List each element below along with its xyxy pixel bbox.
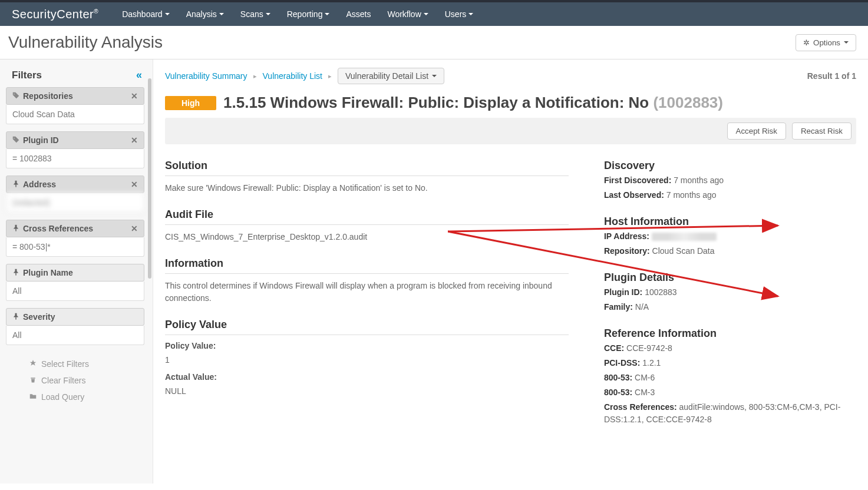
- stat-row: Plugin ID: 1002883: [604, 286, 856, 299]
- pin-icon: [29, 359, 37, 369]
- filter-severity: SeverityAll: [6, 308, 144, 345]
- ip-address-redacted: [652, 233, 717, 241]
- nav-item-users[interactable]: Users: [445, 9, 474, 19]
- nav-item-workflow[interactable]: Workflow: [387, 9, 428, 19]
- breadcrumb-vuln-summary[interactable]: Vulnerability Summary: [165, 71, 247, 81]
- caret-down-icon: [468, 13, 473, 15]
- pin-icon: [12, 224, 19, 233]
- nav-menu: DashboardAnalysisScansReportingAssetsWor…: [122, 9, 473, 19]
- filter-plugin-name: Plugin NameAll: [6, 264, 144, 301]
- nav-item-analysis[interactable]: Analysis: [186, 9, 224, 19]
- filter-value[interactable]: All: [6, 326, 144, 345]
- section-solution: Solution Make sure 'Windows Firewall: Pu…: [165, 160, 569, 194]
- filter-value[interactable]: = 1002883: [6, 149, 144, 168]
- select-filters-action[interactable]: Select Filters: [29, 356, 144, 372]
- results-count: Result 1 of 1: [807, 71, 856, 81]
- stat-row: First Discovered: 7 months ago: [604, 174, 856, 187]
- filter-value[interactable]: (redacted): [6, 193, 144, 213]
- caret-down-icon: [432, 75, 437, 77]
- pin-icon: [12, 268, 19, 277]
- filter-header[interactable]: Address✕: [6, 176, 144, 193]
- severity-badge: High: [165, 96, 216, 110]
- section-host-info: Host Information IP Address: Repository:…: [604, 216, 856, 257]
- section-policy-value: Policy Value Policy Value: 1 Actual Valu…: [165, 319, 569, 398]
- stat-row: Cross References: auditFile:windows, 800…: [604, 401, 856, 426]
- section-reference-info: Reference Information CCE: CCE-9742-8PCI…: [604, 327, 856, 426]
- section-discovery: Discovery First Discovered: 7 months ago…: [604, 160, 856, 201]
- clear-filters-action[interactable]: Clear Filters: [29, 372, 144, 389]
- filter-plugin-id: Plugin ID✕= 1002883: [6, 131, 144, 168]
- caret-down-icon: [165, 13, 170, 15]
- folder-icon: [29, 392, 37, 402]
- stat-row: 800-53: CM-6: [604, 372, 856, 384]
- filter-value[interactable]: = 800-53|*: [6, 237, 144, 257]
- filter-header[interactable]: Repositories✕: [6, 87, 144, 105]
- caret-down-icon: [325, 13, 329, 15]
- load-query-action[interactable]: Load Query: [29, 389, 144, 405]
- action-bar: Accept Risk Recast Risk: [165, 118, 856, 144]
- breadcrumb: Vulnerability Summary ▸ Vulnerability Li…: [165, 68, 444, 84]
- stat-row: PCI-DSS: 1.2.1: [604, 357, 856, 369]
- filter-header[interactable]: Plugin Name: [6, 264, 144, 282]
- filter-header[interactable]: Plugin ID✕: [6, 131, 144, 149]
- nav-item-scans[interactable]: Scans: [240, 9, 270, 19]
- pin-icon: [12, 180, 19, 189]
- trash-icon: [29, 376, 37, 385]
- remove-filter-icon[interactable]: ✕: [131, 180, 138, 189]
- caret-down-icon: [219, 13, 224, 15]
- page-title: Vulnerability Analysis: [8, 33, 163, 52]
- sidebar-scrollbar[interactable]: [147, 59, 153, 484]
- stat-row: CCE: CCE-9742-8: [604, 342, 856, 355]
- tag-icon: [12, 135, 19, 145]
- breadcrumb-dropdown[interactable]: Vulnerability Detail List: [338, 68, 444, 84]
- stat-row: Last Observed: 7 months ago: [604, 189, 856, 201]
- brand-logo: SecurityCenter®: [12, 8, 98, 21]
- caret-down-icon: [844, 41, 849, 44]
- breadcrumb-vuln-list[interactable]: Vulnerability List: [263, 71, 322, 81]
- remove-filter-icon[interactable]: ✕: [131, 135, 138, 145]
- content-area: Vulnerability Summary ▸ Vulnerability Li…: [153, 59, 868, 484]
- tag-icon: [12, 91, 19, 101]
- filter-repositories: Repositories✕Cloud Scan Data: [6, 87, 144, 124]
- remove-filter-icon[interactable]: ✕: [131, 91, 138, 101]
- section-information: Information This control determines if W…: [165, 257, 569, 304]
- vulnerability-title: 1.5.15 Windows Firewall: Public: Display…: [223, 94, 723, 112]
- stat-row: 800-53: CM-3: [604, 386, 856, 399]
- nav-item-dashboard[interactable]: Dashboard: [122, 9, 170, 19]
- page-header: Vulnerability Analysis ✲ Options: [0, 26, 868, 59]
- caret-down-icon: [424, 13, 428, 15]
- recast-risk-button[interactable]: Recast Risk: [792, 122, 852, 140]
- filter-header[interactable]: Severity: [6, 308, 144, 326]
- filter-address: Address✕(redacted): [6, 176, 144, 213]
- filter-header[interactable]: Cross References✕: [6, 220, 144, 237]
- filters-title: Filters: [12, 69, 42, 81]
- pin-icon: [12, 312, 19, 322]
- remove-filter-icon[interactable]: ✕: [131, 224, 138, 233]
- accept-risk-button[interactable]: Accept Risk: [727, 122, 786, 140]
- section-audit-file: Audit File CIS_MS_Windows_7_Enterprise_D…: [165, 208, 569, 243]
- stat-row: Family: N/A: [604, 301, 856, 313]
- filter-value[interactable]: Cloud Scan Data: [6, 105, 144, 124]
- section-plugin-details: Plugin Details Plugin ID: 1002883Family:…: [604, 272, 856, 313]
- collapse-sidebar-icon[interactable]: «: [136, 69, 142, 81]
- options-button[interactable]: ✲ Options: [796, 34, 856, 51]
- filter-value[interactable]: All: [6, 282, 144, 301]
- filters-sidebar: Filters « Repositories✕Cloud Scan DataPl…: [0, 59, 153, 484]
- nav-item-assets[interactable]: Assets: [346, 9, 371, 19]
- nav-item-reporting[interactable]: Reporting: [287, 9, 330, 19]
- gear-icon: ✲: [803, 38, 810, 47]
- top-navbar: SecurityCenter® DashboardAnalysisScansRe…: [0, 2, 868, 26]
- filter-cross-references: Cross References✕= 800-53|*: [6, 220, 144, 257]
- caret-down-icon: [266, 13, 270, 15]
